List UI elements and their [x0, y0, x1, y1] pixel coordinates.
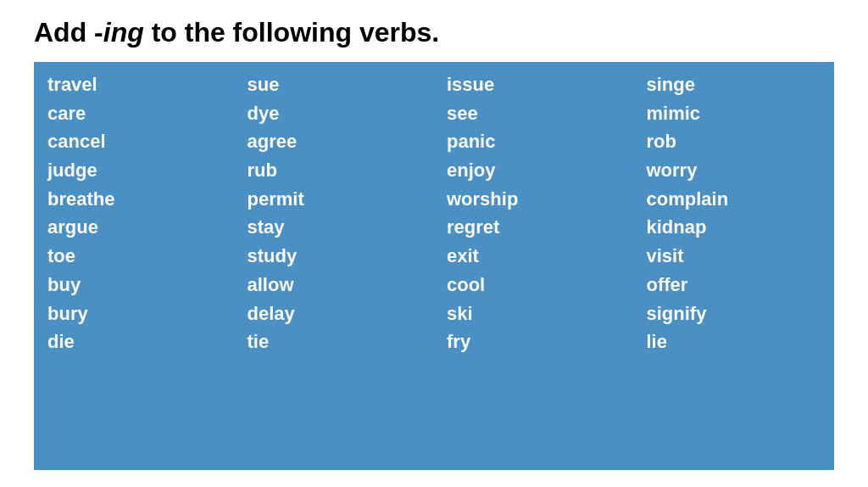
verb-word: cool — [447, 272, 621, 298]
verb-word: tie — [248, 329, 422, 355]
verb-word: allow — [248, 272, 422, 298]
verb-word: breathe — [47, 187, 222, 212]
verb-word: lie — [647, 329, 821, 355]
verb-word: buy — [47, 272, 222, 298]
verb-word: panic — [447, 129, 621, 154]
verb-word: kidnap — [647, 215, 821, 240]
column-4: singemimicrobworrycomplainkidnapvisitoff… — [635, 64, 833, 468]
verb-word: singe — [647, 72, 821, 98]
verb-word: agree — [248, 129, 422, 154]
verb-word: die — [47, 329, 222, 355]
verb-word: toe — [47, 244, 222, 269]
verb-word: study — [248, 244, 422, 269]
column-2: suedyeagreerubpermitstaystudyallowdelayt… — [236, 64, 434, 468]
column-1: travelcarecanceljudgebreathearguetoebuyb… — [36, 64, 234, 468]
verb-word: exit — [447, 244, 621, 269]
verb-word: regret — [447, 215, 621, 240]
verb-word: worship — [447, 187, 621, 212]
column-3: issueseepanicenjoyworshipregretexitcools… — [435, 64, 633, 468]
verb-word: mimic — [647, 101, 821, 126]
verb-word: rob — [647, 129, 821, 154]
verb-word: judge — [47, 158, 222, 183]
verb-word: signify — [647, 301, 821, 327]
verb-word: visit — [647, 244, 821, 269]
page-title: Add -ing to the following verbs. — [34, 17, 834, 48]
verb-word: cancel — [47, 129, 222, 154]
verb-word: sue — [248, 72, 422, 98]
verb-word: rub — [248, 158, 422, 183]
verb-table: travelcarecanceljudgebreathearguetoebuyb… — [34, 62, 834, 470]
verb-word: stay — [248, 215, 422, 240]
verb-word: issue — [447, 72, 621, 98]
verb-word: travel — [47, 72, 222, 98]
verb-word: bury — [47, 301, 222, 327]
verb-word: dye — [248, 101, 422, 126]
verb-word: complain — [647, 187, 821, 212]
verb-word: delay — [248, 301, 422, 327]
verb-word: fry — [447, 329, 621, 355]
verb-word: worry — [647, 158, 821, 183]
verb-word: see — [447, 101, 621, 126]
verb-word: enjoy — [447, 158, 621, 183]
verb-word: offer — [647, 272, 821, 298]
verb-word: permit — [248, 187, 422, 212]
verb-word: care — [47, 101, 222, 126]
verb-word: ski — [447, 301, 621, 327]
verb-word: argue — [47, 215, 222, 240]
